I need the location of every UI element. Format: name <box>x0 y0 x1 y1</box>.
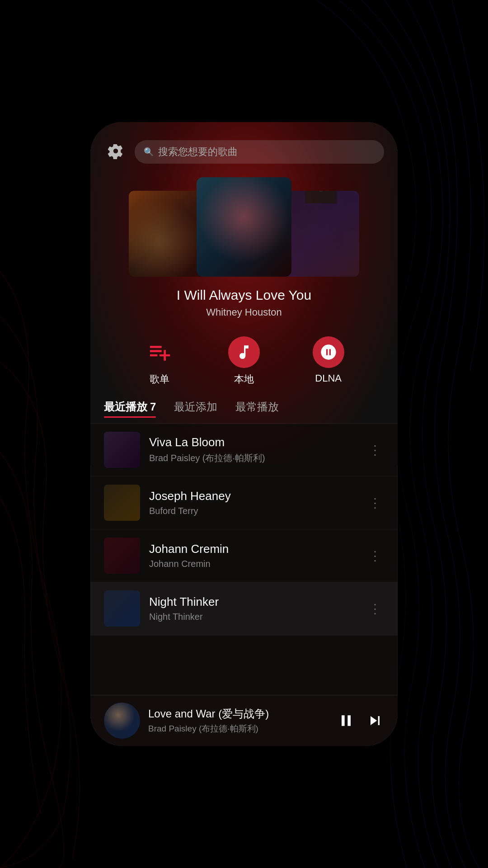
song-list: Viva La Bloom Brad Paisley (布拉德·帕斯利) ⋮ J… <box>90 424 398 695</box>
dlna-label: DLNA <box>315 373 342 384</box>
song-item-title-2: Johann Cremin <box>149 542 357 556</box>
pause-icon <box>337 712 355 730</box>
playlist-label: 歌单 <box>150 373 169 386</box>
song-thumb-1 <box>104 485 140 521</box>
np-info: Love and War (爱与战争) Brad Paisley (布拉德·帕斯… <box>148 707 329 735</box>
nav-item-local[interactable]: 本地 <box>228 336 260 386</box>
album-image-3 <box>282 191 359 277</box>
album-carousel <box>90 173 398 277</box>
song-item-artist-2: Johann Cremin <box>149 559 357 569</box>
now-playing-bar[interactable]: Love and War (爱与战争) Brad Paisley (布拉德·帕斯… <box>90 695 398 746</box>
phone-shell: 🔍 搜索您想要的歌曲 I Will Always Love You Whitne… <box>90 122 398 746</box>
song-thumb-0 <box>104 432 140 468</box>
np-artist: Brad Paisley (布拉德·帕斯利) <box>148 723 329 735</box>
song-item-artist-1: Buford Terry <box>149 506 357 516</box>
tab-added[interactable]: 最近添加 <box>174 400 217 416</box>
local-label: 本地 <box>234 373 254 386</box>
song-item-artist-0: Brad Paisley (布拉德·帕斯利) <box>149 452 357 464</box>
next-button[interactable] <box>366 712 384 730</box>
np-controls <box>337 712 384 730</box>
song-thumb-3 <box>104 590 140 627</box>
more-button-0[interactable]: ⋮ <box>366 441 384 459</box>
song-item-3[interactable]: Night Thinker Night Thinker ⋮ <box>90 582 398 635</box>
song-thumb-2 <box>104 538 140 574</box>
song-item-info-0: Viva La Bloom Brad Paisley (布拉德·帕斯利) <box>149 435 357 464</box>
tabs-bar: 最近播放7 最近添加 最常播放 <box>90 395 398 424</box>
more-button-3[interactable]: ⋮ <box>366 599 384 618</box>
song-item-0[interactable]: Viva La Bloom Brad Paisley (布拉德·帕斯利) ⋮ <box>90 424 398 476</box>
featured-song-info: I Will Always Love You Whitney Houston <box>90 277 398 323</box>
settings-button[interactable] <box>104 140 127 164</box>
featured-song-artist: Whitney Houston <box>90 307 398 318</box>
song-item-title-1: Joseph Heaney <box>149 489 357 503</box>
song-item-title-3: Night Thinker <box>149 595 357 609</box>
song-item-2[interactable]: Johann Cremin Johann Cremin ⋮ <box>90 529 398 582</box>
dlna-icon-container <box>313 336 344 368</box>
vinyl-top-right <box>305 191 337 203</box>
nav-item-dlna[interactable]: DLNA <box>313 336 344 386</box>
album-card-center[interactable] <box>197 177 291 277</box>
phone-content: 🔍 搜索您想要的歌曲 I Will Always Love You Whitne… <box>90 122 398 746</box>
nav-icons: 歌单 本地 DLNA <box>90 323 398 395</box>
local-icon-container <box>228 336 260 368</box>
dlna-icon <box>319 343 338 361</box>
next-icon <box>366 712 384 730</box>
search-icon: 🔍 <box>144 147 154 157</box>
song-item-info-3: Night Thinker Night Thinker <box>149 595 357 622</box>
header: 🔍 搜索您想要的歌曲 <box>90 122 398 173</box>
np-title: Love and War (爱与战争) <box>148 707 329 721</box>
tab-frequent[interactable]: 最常播放 <box>235 400 279 416</box>
nav-item-playlist[interactable]: 歌单 <box>144 336 175 386</box>
tab-recent[interactable]: 最近播放7 <box>104 400 156 416</box>
album-card-left[interactable] <box>129 191 206 277</box>
song-item-title-0: Viva La Bloom <box>149 435 357 449</box>
pause-button[interactable] <box>337 712 355 730</box>
more-button-2[interactable]: ⋮ <box>366 547 384 565</box>
gear-icon <box>108 143 124 161</box>
song-item-1[interactable]: Joseph Heaney Buford Terry ⋮ <box>90 476 398 529</box>
local-icon <box>235 343 253 361</box>
playlist-icon <box>147 340 172 365</box>
more-button-1[interactable]: ⋮ <box>366 494 384 512</box>
search-placeholder: 搜索您想要的歌曲 <box>158 145 238 159</box>
search-bar[interactable]: 🔍 搜索您想要的歌曲 <box>135 140 384 164</box>
song-item-artist-3: Night Thinker <box>149 612 357 622</box>
album-image-1 <box>129 191 206 277</box>
np-thumbnail <box>104 703 140 739</box>
song-item-info-1: Joseph Heaney Buford Terry <box>149 489 357 516</box>
album-image-2 <box>197 177 291 277</box>
album-card-right[interactable] <box>282 191 359 277</box>
song-item-info-2: Johann Cremin Johann Cremin <box>149 542 357 569</box>
playlist-icon-container <box>144 336 175 368</box>
featured-song-title: I Will Always Love You <box>90 288 398 303</box>
